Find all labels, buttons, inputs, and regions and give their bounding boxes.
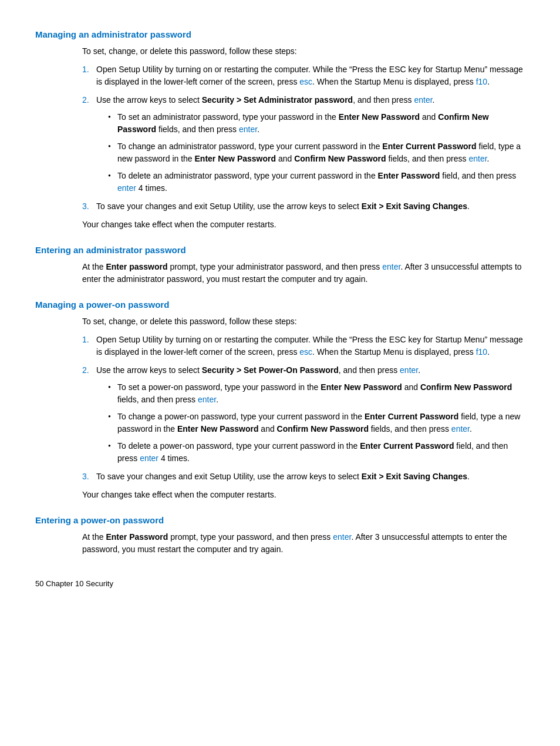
link-esc-2[interactable]: esc [299, 347, 312, 357]
link-enter-step2-poweron[interactable]: enter [400, 365, 418, 375]
bold-enter-new-pw-3: Enter New Password [321, 382, 402, 392]
section-title-managing-admin: Managing an administrator password [35, 29, 525, 39]
link-enter-bullet3-admin[interactable]: enter [117, 183, 136, 193]
page-footer: 50 Chapter 10 Security [35, 579, 525, 588]
link-enter-bullet2-poweron[interactable]: enter [451, 424, 470, 434]
body-entering-poweron: At the Enter Password prompt, type your … [82, 531, 525, 556]
bold-confirm-new-pw-4: Confirm New Password [277, 424, 369, 434]
section-title-entering-poweron: Entering a power-on password [35, 515, 525, 525]
bullet-delete-admin: To delete an administrator password, typ… [108, 170, 525, 194]
bold-enter-password-prompt-poweron: Enter Password [106, 532, 168, 542]
bold-enter-current-pw-1: Enter Current Password [382, 142, 476, 151]
step-1-managing-admin: Open Setup Utility by turning on or rest… [82, 63, 525, 88]
section-entering-poweron-password: Entering a power-on password At the Ente… [35, 515, 525, 556]
link-enter-bullet2-admin[interactable]: enter [468, 154, 487, 163]
bold-security-poweron: Security > Set Power-On Password [202, 365, 339, 375]
section-entering-admin-password: Entering an administrator password At th… [35, 245, 525, 285]
step-2-managing-admin: Use the arrow keys to select Security > … [82, 94, 525, 194]
after-text-managing-poweron: Your changes take effect when the comput… [82, 489, 525, 501]
bullet-list-poweron: To set a power-on password, type your pa… [108, 381, 525, 465]
section-title-entering-admin: Entering an administrator password [35, 245, 525, 255]
link-enter-step2-admin[interactable]: enter [414, 95, 432, 105]
link-f10-2[interactable]: f10 [476, 347, 487, 357]
bold-exit-saving-1: Exit > Exit Saving Changes [362, 201, 467, 211]
steps-list-managing-poweron: Open Setup Utility by turning on or rest… [82, 334, 525, 483]
link-enter-bullet1-poweron[interactable]: enter [198, 395, 216, 404]
bullet-set-admin: To set an administrator password, type y… [108, 111, 525, 136]
intro-text-managing-poweron: To set, change, or delete this password,… [82, 315, 525, 328]
link-esc-1[interactable]: esc [299, 77, 312, 86]
bullet-set-poweron: To set a power-on password, type your pa… [108, 381, 525, 406]
link-enter-bullet1-admin[interactable]: enter [239, 125, 257, 134]
bullet-change-admin: To change an administrator password, typ… [108, 140, 525, 165]
bold-enter-new-pw-2: Enter New Password [195, 154, 276, 163]
bold-confirm-new-pw-3: Confirm New Password [420, 382, 512, 392]
section-title-managing-poweron: Managing a power-on password [35, 300, 525, 310]
step-1-managing-poweron: Open Setup Utility by turning on or rest… [82, 334, 525, 358]
bullet-delete-poweron: To delete a power-on password, type your… [108, 440, 525, 465]
bold-security-admin: Security > Set Administrator password [202, 95, 353, 105]
link-enter-entering-poweron[interactable]: enter [333, 532, 351, 542]
steps-list-managing-admin: Open Setup Utility by turning on or rest… [82, 63, 525, 213]
intro-text-managing-admin: To set, change, or delete this password,… [82, 45, 525, 58]
bold-enter-new-pw-4: Enter New Password [177, 424, 259, 434]
link-enter-entering-admin[interactable]: enter [382, 262, 400, 271]
step-2-managing-poweron: Use the arrow keys to select Security > … [82, 364, 525, 465]
link-f10-1[interactable]: f10 [476, 77, 487, 86]
bold-enter-current-pw-3: Enter Current Password [360, 441, 454, 451]
body-entering-admin: At the Enter password prompt, type your … [82, 261, 525, 285]
bold-enter-current-pw-2: Enter Current Password [365, 412, 458, 421]
bold-enter-password-prompt-admin: Enter password [106, 262, 167, 271]
bullet-change-poweron: To change a power-on password, type your… [108, 411, 525, 435]
step-3-managing-poweron: To save your changes and exit Setup Util… [82, 471, 525, 483]
bold-enter-new-pw-1: Enter New Password [339, 112, 420, 122]
bullet-list-admin: To set an administrator password, type y… [108, 111, 525, 194]
step-3-managing-admin: To save your changes and exit Setup Util… [82, 200, 525, 213]
link-enter-bullet3-poweron[interactable]: enter [140, 453, 158, 463]
after-text-managing-admin: Your changes take effect when the comput… [82, 219, 525, 231]
bold-enter-pw-admin: Enter Password [378, 171, 440, 180]
section-managing-poweron-password: Managing a power-on password To set, cha… [35, 300, 525, 501]
bold-confirm-new-pw-1: Confirm New Password [117, 112, 489, 134]
bold-exit-saving-2: Exit > Exit Saving Changes [362, 472, 467, 481]
section-managing-admin-password: Managing an administrator password To se… [35, 29, 525, 231]
bold-confirm-new-pw-2: Confirm New Password [294, 154, 386, 163]
